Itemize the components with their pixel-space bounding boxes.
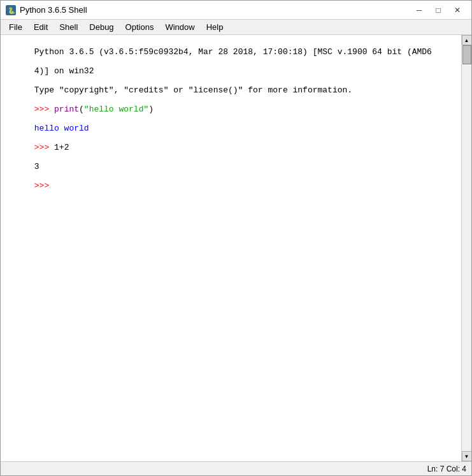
scroll-up-button[interactable]: ▲ [462, 35, 472, 45]
svg-text:🐍: 🐍 [8, 6, 16, 15]
maximize-button[interactable]: □ [429, 3, 447, 17]
cursor-position: Ln: 7 Col: 4 [427, 465, 466, 473]
scroll-thumb[interactable] [462, 45, 471, 64]
window-title: Python 3.6.5 Shell [20, 5, 87, 15]
menu-bar: File Edit Shell Debug Options Window Hel… [1, 20, 471, 35]
menu-edit[interactable]: Edit [28, 20, 54, 34]
main-window: 🐍 Python 3.6.5 Shell ─ □ ✕ File Edit She… [0, 0, 472, 476]
menu-help[interactable]: Help [201, 20, 229, 34]
status-bar: Ln: 7 Col: 4 [1, 461, 471, 475]
menu-debug[interactable]: Debug [83, 20, 119, 34]
minimize-button[interactable]: ─ [410, 3, 428, 17]
title-bar: 🐍 Python 3.6.5 Shell ─ □ ✕ [1, 1, 471, 20]
python-icon: 🐍 [6, 5, 16, 15]
shell-area: Python 3.6.5 (v3.6.5:f59c0932b4, Mar 28 … [1, 35, 471, 461]
close-button[interactable]: ✕ [448, 3, 466, 17]
scroll-track[interactable] [462, 45, 472, 451]
menu-file[interactable]: File [3, 20, 28, 34]
menu-window[interactable]: Window [159, 20, 200, 34]
title-bar-controls: ─ □ ✕ [410, 3, 466, 17]
title-bar-left: 🐍 Python 3.6.5 Shell [6, 5, 87, 15]
scroll-down-button[interactable]: ▼ [462, 451, 472, 461]
menu-shell[interactable]: Shell [54, 20, 83, 34]
vertical-scrollbar[interactable]: ▲ ▼ [461, 35, 471, 461]
shell-output[interactable]: Python 3.6.5 (v3.6.5:f59c0932b4, Mar 28 … [1, 35, 461, 461]
menu-options[interactable]: Options [120, 20, 160, 34]
